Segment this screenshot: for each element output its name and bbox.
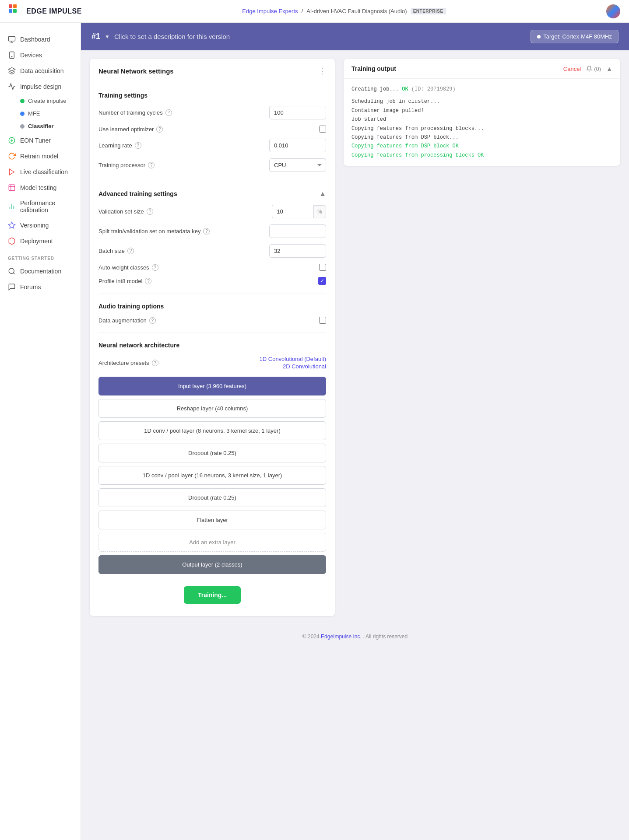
data-aug-checkbox[interactable]	[319, 317, 326, 324]
sidebar-item-retrain-model[interactable]: Retrain model	[0, 148, 81, 164]
training-button[interactable]: Training...	[184, 586, 241, 604]
collapse-icon: ▲	[319, 190, 326, 198]
output-layer-btn[interactable]: Output layer (2 classes)	[98, 555, 326, 574]
learned-optimizer-checkbox[interactable]	[319, 126, 326, 133]
log-spacer	[351, 94, 612, 97]
training-settings-title: Training settings	[98, 92, 326, 99]
version-left: #1 ▼ Click to set a description for this…	[91, 32, 230, 41]
advanced-settings-header[interactable]: Advanced training settings ▲	[98, 190, 326, 198]
training-output-header: Training output Cancel (0) ▲	[344, 59, 620, 79]
batch-size-input[interactable]	[269, 244, 326, 258]
arch-presets-help-icon[interactable]: ?	[152, 360, 158, 366]
bell-icon	[586, 66, 592, 72]
data-aug-help-icon[interactable]: ?	[149, 317, 156, 324]
breadcrumb-link[interactable]: Edge Impulse Experts	[242, 8, 298, 14]
sidebar-item-model-testing[interactable]: Model testing	[0, 180, 81, 196]
profile-int8-checkbox[interactable]: ✓	[318, 277, 326, 285]
dropout-1-layer-btn[interactable]: Dropout (rate 0.25)	[98, 444, 326, 462]
sidebar-item-devices[interactable]: Devices	[0, 47, 81, 63]
sidebar-sub-impulse: Create impulse MFE Classifier	[0, 94, 81, 133]
bell-button[interactable]: (0)	[586, 66, 601, 72]
divider-2	[98, 294, 326, 294]
sidebar-label-model-testing: Model testing	[20, 184, 56, 191]
preset-2d-link[interactable]: 2D Convolutional	[283, 363, 326, 370]
num-cycles-help-icon[interactable]: ?	[165, 109, 172, 116]
sidebar-item-eon-tuner[interactable]: EON Tuner	[0, 133, 81, 148]
cancel-button[interactable]: Cancel	[563, 66, 581, 72]
footer-rights: . All rights reserved	[363, 634, 408, 640]
sidebar-item-create-impulse[interactable]: Create impulse	[20, 94, 81, 107]
sidebar-label-eon-tuner: EON Tuner	[20, 137, 51, 144]
sidebar-label-classifier: Classifier	[28, 123, 54, 130]
split-train-help-icon[interactable]: ?	[203, 228, 210, 234]
dropout-2-layer-btn[interactable]: Dropout (rate 0.25)	[98, 488, 326, 507]
collapse-output-icon[interactable]: ▲	[606, 65, 612, 72]
log-line-3: Job started	[351, 115, 612, 124]
training-output-panel: Training output Cancel (0) ▲ Creating j	[344, 59, 620, 166]
svg-rect-0	[9, 36, 15, 41]
preset-1d-link[interactable]: 1D Convolutional (Default)	[260, 356, 326, 362]
sidebar-item-performance-calibration[interactable]: Performance calibration	[0, 196, 81, 217]
profile-int8-label: Profile int8 model ?	[98, 278, 311, 284]
divider-1	[98, 181, 326, 181]
sidebar-item-dashboard[interactable]: Dashboard	[0, 32, 81, 47]
conv1d-1-layer-btn[interactable]: 1D conv / pool layer (8 neurons, 3 kerne…	[98, 421, 326, 440]
num-cycles-input[interactable]	[269, 106, 326, 119]
input-layer-btn[interactable]: Input layer (3,960 features)	[98, 377, 326, 396]
footer-link[interactable]: EdgeImpulse Inc.	[321, 634, 362, 640]
auto-weight-help-icon[interactable]: ?	[152, 264, 158, 271]
add-extra-layer-btn[interactable]: Add an extra layer	[98, 533, 326, 552]
top-nav: EDGE IMPULSE Edge Impulse Experts / AI-d…	[0, 0, 629, 23]
getting-started-title: GETTING STARTED	[0, 249, 81, 263]
sidebar-item-live-classification[interactable]: Live classification	[0, 164, 81, 180]
log-line-0: Creating job... OK (ID: 20719829)	[351, 85, 612, 94]
logo[interactable]: EDGE IMPULSE	[9, 4, 82, 18]
training-processor-label: Training processor ?	[98, 162, 262, 168]
flatten-layer-btn[interactable]: Flatten layer	[98, 511, 326, 529]
sidebar-item-documentation[interactable]: Documentation	[0, 263, 81, 279]
panel-menu-icon[interactable]: ⋮	[318, 66, 326, 76]
monitor-icon	[8, 35, 16, 43]
avatar[interactable]	[606, 4, 620, 18]
training-processor-row: Training processor ? CPU GPU	[98, 158, 326, 172]
panel-body: Training settings Number of training cyc…	[90, 83, 335, 616]
split-train-input[interactable]	[269, 224, 326, 238]
learned-optimizer-help-icon[interactable]: ?	[156, 126, 163, 133]
user-menu[interactable]	[606, 4, 620, 18]
validation-set-help-icon[interactable]: ?	[147, 208, 153, 215]
retrain-icon	[8, 152, 16, 160]
sidebar-item-deployment[interactable]: Deployment	[0, 233, 81, 249]
version-icon	[8, 221, 16, 229]
sidebar-item-impulse-design[interactable]: Impulse design	[0, 79, 81, 94]
learning-rate-help-icon[interactable]: ?	[135, 142, 141, 149]
training-processor-help-icon[interactable]: ?	[148, 162, 155, 168]
logo-icon	[9, 4, 23, 18]
sidebar-item-data-acquisition[interactable]: Data acquisition	[0, 63, 81, 79]
reshape-layer-btn[interactable]: Reshape layer (40 columns)	[98, 399, 326, 418]
num-cycles-label: Number of training cycles ?	[98, 109, 262, 116]
auto-weight-checkbox[interactable]	[319, 264, 326, 271]
training-processor-select[interactable]: CPU GPU	[269, 158, 326, 172]
profile-int8-help-icon[interactable]: ?	[145, 278, 151, 284]
sidebar: Dashboard Devices Data acquisition	[0, 23, 81, 840]
learning-rate-input[interactable]	[269, 139, 326, 152]
log-line-7: Copying features from processing blocks …	[351, 151, 612, 160]
batch-size-row: Batch size ?	[98, 244, 326, 258]
conv1d-2-layer-btn[interactable]: 1D conv / pool layer (16 neurons, 3 kern…	[98, 466, 326, 485]
version-arrow-icon[interactable]: ▼	[105, 34, 110, 40]
sidebar-item-mfe[interactable]: MFE	[20, 107, 81, 120]
footer: © 2024 EdgeImpulse Inc. . All rights res…	[81, 625, 629, 648]
target-button[interactable]: Target: Cortex-M4F 80MHz	[531, 30, 618, 43]
sidebar-item-classifier[interactable]: Classifier	[20, 120, 81, 133]
validation-set-input[interactable]	[272, 205, 313, 218]
batch-size-help-icon[interactable]: ?	[127, 248, 134, 254]
version-number[interactable]: #1	[91, 32, 100, 41]
version-description[interactable]: Click to set a description for this vers…	[114, 33, 230, 40]
panel-title: Neural Network settings	[98, 67, 174, 75]
presets-row: Architecture presets ? 1D Convolutional …	[98, 356, 326, 370]
breadcrumb-sep: /	[302, 8, 303, 14]
sidebar-item-forums[interactable]: Forums	[0, 279, 81, 295]
dot-classifier	[20, 124, 25, 129]
sidebar-item-versioning[interactable]: Versioning	[0, 217, 81, 233]
training-output-body: Creating job... OK (ID: 20719829) Schedu…	[344, 79, 620, 166]
